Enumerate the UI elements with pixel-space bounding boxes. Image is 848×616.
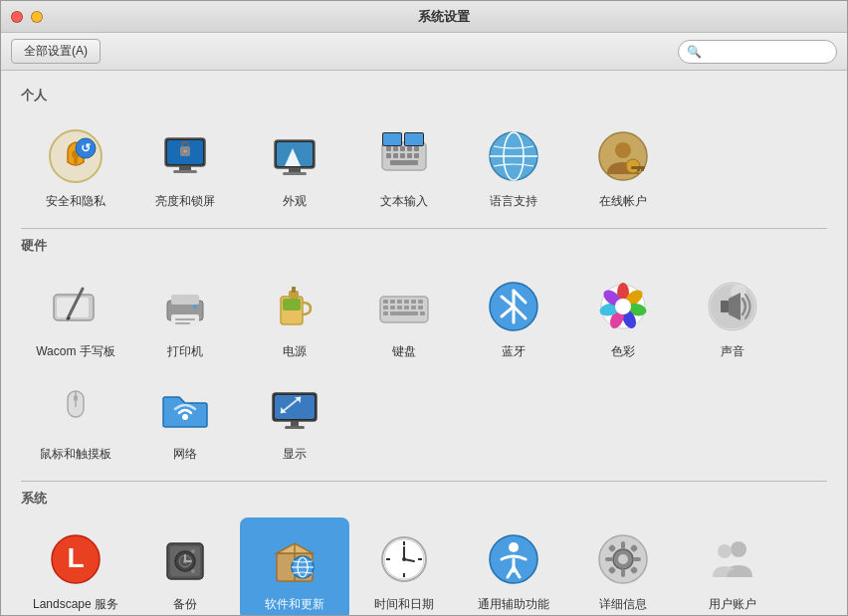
svg-rect-138 — [605, 557, 613, 561]
toolbar: 全部设置(A) 🔍 — [1, 33, 847, 71]
svg-rect-101 — [285, 426, 305, 429]
section-title-hardware: 硬件 — [21, 237, 827, 255]
item-landscape[interactable]: L Landscape 服务 — [21, 517, 130, 615]
close-button[interactable] — [11, 11, 23, 23]
svg-rect-64 — [397, 306, 402, 309]
appearance-icon — [263, 124, 326, 188]
svg-point-127 — [402, 557, 406, 561]
item-printer[interactable]: 打印机 — [130, 265, 240, 368]
divider-personal — [21, 228, 827, 229]
backup-label: 备份 — [173, 597, 197, 613]
language-icon — [482, 124, 545, 188]
bluetooth-label: 蓝牙 — [502, 344, 526, 360]
personal-grid: ↺ 安全和隐私 — [21, 114, 827, 218]
svg-text:↺: ↺ — [81, 141, 91, 155]
item-brightness[interactable]: 亮度和锁屏 — [130, 114, 240, 218]
item-wacom[interactable]: Wacom 手写板 — [21, 265, 130, 368]
titlebar: 系统设置 — [1, 1, 847, 33]
network-label: 网络 — [173, 447, 197, 463]
printer-label: 打印机 — [167, 344, 203, 360]
svg-rect-100 — [291, 421, 299, 426]
mouse-label: 鼠标和触摸板 — [40, 447, 111, 463]
item-backup[interactable]: 备份 — [130, 517, 240, 615]
item-keyboard[interactable]: 键盘 — [349, 265, 459, 368]
mouse-icon — [44, 377, 107, 441]
section-title-system: 系统 — [21, 490, 827, 508]
back-button[interactable]: 全部设置(A) — [11, 39, 101, 64]
item-power[interactable]: 电源 — [240, 265, 349, 368]
details-label: 详细信息 — [599, 597, 647, 613]
minimize-button[interactable] — [31, 11, 43, 23]
item-appearance[interactable]: 外观 — [240, 114, 349, 218]
keyboard-label: 键盘 — [392, 344, 416, 360]
svg-point-145 — [718, 544, 732, 558]
power-label: 电源 — [283, 344, 307, 360]
svg-point-94 — [182, 414, 188, 420]
svg-rect-67 — [418, 306, 423, 309]
svg-rect-62 — [383, 306, 388, 309]
svg-text:L: L — [67, 542, 84, 573]
system-settings-window: 系统设置 全部设置(A) 🔍 个人 ↺ — [0, 0, 848, 616]
svg-rect-65 — [404, 306, 409, 309]
sound-label: 声音 — [721, 344, 744, 360]
sound-icon — [701, 275, 764, 338]
item-datetime[interactable]: 时间和日期 — [349, 517, 459, 615]
item-language[interactable]: 语言支持 — [459, 114, 568, 218]
item-sound[interactable]: 声音 — [678, 265, 787, 368]
keyboard-icon — [372, 275, 436, 338]
svg-point-10 — [184, 150, 187, 153]
svg-point-85 — [615, 299, 631, 314]
svg-rect-49 — [175, 322, 190, 324]
item-network[interactable]: 网络 — [130, 367, 240, 471]
svg-rect-27 — [390, 160, 418, 165]
svg-rect-23 — [393, 153, 398, 158]
users-label: 用户账户 — [709, 597, 756, 613]
item-accessibility[interactable]: 通用辅助功能 — [459, 517, 568, 615]
item-color[interactable]: 色彩 — [568, 265, 678, 368]
svg-rect-26 — [414, 153, 419, 158]
window-title: 系统设置 — [51, 8, 837, 26]
svg-rect-20 — [407, 146, 412, 151]
item-display[interactable]: 显示 — [240, 367, 349, 471]
svg-rect-139 — [633, 557, 641, 561]
language-label: 语言支持 — [490, 194, 537, 210]
svg-rect-68 — [383, 311, 388, 315]
svg-rect-60 — [411, 300, 416, 304]
system-grid: L Landscape 服务 — [21, 517, 827, 615]
svg-rect-89 — [721, 301, 729, 312]
brightness-icon — [153, 124, 217, 188]
item-software[interactable]: 软件和更新 — [240, 517, 349, 615]
svg-rect-19 — [400, 146, 405, 151]
svg-point-135 — [618, 554, 628, 564]
svg-rect-52 — [283, 299, 301, 310]
item-users[interactable]: 用户账户 — [678, 517, 787, 615]
item-input[interactable]: 文本输入 — [349, 114, 459, 218]
search-input[interactable] — [706, 45, 835, 59]
datetime-icon — [372, 527, 436, 591]
svg-rect-56 — [383, 300, 388, 304]
main-content: 个人 ↺ 安全和隐私 — [1, 71, 847, 615]
svg-rect-93 — [74, 395, 78, 401]
svg-rect-8 — [173, 170, 197, 173]
svg-rect-14 — [289, 168, 301, 172]
svg-point-144 — [731, 541, 746, 557]
wacom-icon — [44, 275, 107, 338]
security-label: 安全和隐私 — [46, 194, 106, 210]
network-icon — [153, 377, 217, 441]
search-box[interactable]: 🔍 — [678, 40, 837, 64]
svg-rect-39 — [637, 166, 640, 171]
appearance-label: 外观 — [283, 194, 307, 210]
item-online[interactable]: 在线帐户 — [568, 114, 678, 218]
landscape-label: Landscape 服务 — [33, 597, 118, 613]
display-label: 显示 — [283, 447, 307, 463]
display-icon — [263, 377, 326, 441]
svg-rect-25 — [407, 153, 412, 158]
svg-point-111 — [191, 549, 195, 553]
item-mouse[interactable]: 鼠标和触摸板 — [21, 367, 130, 471]
item-bluetooth[interactable]: 蓝牙 — [459, 265, 568, 368]
item-security[interactable]: ↺ 安全和隐私 — [21, 114, 130, 218]
backup-icon — [153, 527, 217, 591]
input-icon — [372, 124, 436, 188]
search-icon: 🔍 — [687, 45, 702, 59]
item-details[interactable]: 详细信息 — [568, 517, 678, 615]
